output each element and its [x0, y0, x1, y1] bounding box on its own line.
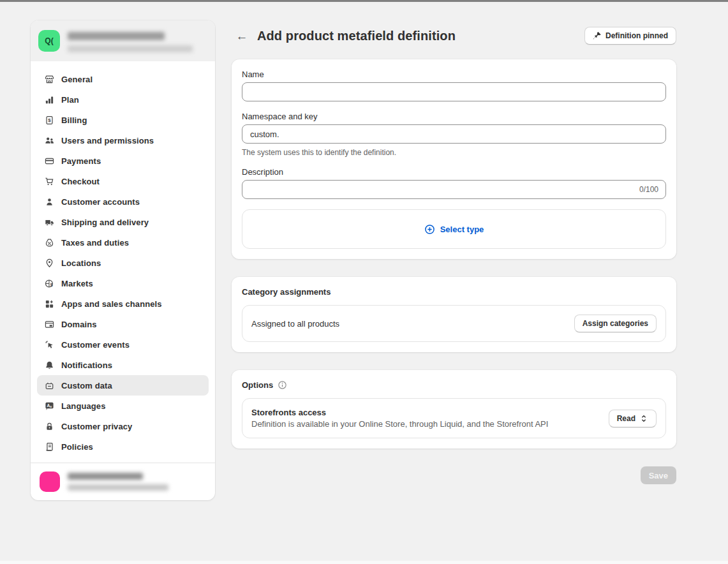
plan-icon: [43, 94, 55, 105]
sidebar-item-label: Payments: [61, 156, 101, 166]
sidebar-item-label: General: [61, 75, 93, 84]
store-icon: [43, 74, 55, 84]
percent-icon: [43, 237, 55, 248]
definition-pinned-label: Definition pinned: [605, 31, 668, 40]
apps-icon: [43, 299, 55, 309]
sidebar-nav: GeneralPlan$BillingUsers and permissions…: [31, 61, 215, 463]
category-card-title: Category assignments: [242, 287, 331, 297]
sidebar-item-customer-privacy[interactable]: Customer privacy: [37, 416, 209, 436]
sidebar-item-label: Locations: [61, 258, 101, 268]
sidebar-item-taxes-and-duties[interactable]: Taxes and duties: [37, 232, 209, 253]
document-icon: [43, 442, 55, 452]
pin-icon: [43, 258, 55, 268]
sidebar-item-notifications[interactable]: Notifications: [37, 355, 209, 375]
window-bottom-edge: [0, 561, 728, 564]
plus-circle-icon: [424, 224, 435, 235]
sidebar-item-customer-events[interactable]: Customer events: [37, 334, 209, 355]
sidebar-item-label: Billing: [61, 115, 87, 125]
sidebar-item-label: Languages: [61, 401, 106, 411]
sidebar-item-languages[interactable]: AaLanguages: [37, 396, 209, 416]
name-input[interactable]: [242, 82, 666, 101]
sidebar-item-general[interactable]: General: [37, 69, 209, 89]
user-email-redacted: [68, 484, 168, 491]
sidebar-item-custom-data[interactable]: Custom data: [37, 375, 209, 396]
sidebar-item-label: Custom data: [61, 381, 112, 390]
sidebar-item-label: Notifications: [61, 360, 112, 370]
page-title: Add product metafield definition: [257, 29, 456, 43]
sidebar-item-policies[interactable]: Policies: [37, 436, 209, 457]
user-footer[interactable]: [31, 463, 215, 500]
sidebar-item-label: Shipping and delivery: [61, 218, 149, 227]
sidebar-item-label: Customer accounts: [61, 197, 140, 207]
translate-icon: Aa: [43, 401, 55, 411]
category-assignments-card: Category assignments Assigned to all pro…: [232, 277, 676, 352]
window-top-edge: [0, 0, 728, 2]
select-type-label: Select type: [440, 225, 484, 234]
sidebar-item-label: Taxes and duties: [61, 238, 129, 248]
storefronts-access-select[interactable]: Read: [609, 410, 657, 427]
chevron-updown-icon: [639, 414, 648, 423]
assignment-text: Assigned to all products: [251, 319, 339, 329]
store-name-redacted: [68, 32, 165, 40]
sidebar-item-label: Plan: [61, 95, 79, 105]
sidebar-item-locations[interactable]: Locations: [37, 253, 209, 273]
namespace-key-input[interactable]: [242, 124, 666, 144]
payments-icon: [43, 156, 55, 166]
store-header[interactable]: Q(: [31, 20, 215, 61]
settings-sidebar: Q( GeneralPlan$BillingUsers and permissi…: [31, 20, 215, 500]
sidebar-item-label: Apps and sales channels: [61, 299, 162, 309]
sidebar-item-label: Checkout: [61, 177, 100, 186]
save-button[interactable]: Save: [641, 466, 676, 484]
definition-pinned-button[interactable]: Definition pinned: [584, 27, 676, 45]
cursor-icon: [43, 339, 55, 350]
pushpin-icon: [593, 31, 602, 40]
sidebar-item-label: Users and permissions: [61, 136, 154, 145]
sidebar-item-domains[interactable]: Domains: [37, 314, 209, 334]
definition-form-card: Name Namespace and key The system uses t…: [232, 59, 676, 259]
sidebar-item-plan[interactable]: Plan: [37, 89, 209, 110]
namespace-help-text: The system uses this to identify the def…: [242, 148, 666, 157]
storefronts-access-title: Storefronts access: [251, 408, 548, 417]
save-row: Save: [232, 466, 676, 484]
main-content: ← Add product metafield definition Defin…: [232, 26, 676, 484]
user-info: [68, 473, 168, 491]
info-icon[interactable]: [278, 380, 287, 390]
category-assignment-row: Assigned to all products Assign categori…: [242, 305, 666, 342]
sidebar-item-markets[interactable]: $Markets: [37, 273, 209, 293]
assign-categories-button[interactable]: Assign categories: [574, 315, 657, 332]
sidebar-item-label: Markets: [61, 279, 93, 288]
sidebar-item-shipping-and-delivery[interactable]: Shipping and delivery: [37, 212, 209, 232]
users-icon: [43, 135, 55, 145]
select-type-button[interactable]: Select type: [242, 209, 666, 249]
sidebar-item-billing[interactable]: $Billing: [37, 110, 209, 130]
back-button[interactable]: ←: [233, 27, 251, 45]
database-icon: [43, 380, 55, 390]
store-info: [68, 30, 193, 52]
globe-icon: $: [43, 278, 55, 288]
storefronts-access-text: Storefronts access Definition is availab…: [251, 408, 548, 429]
person-icon: [43, 197, 55, 207]
name-label: Name: [242, 70, 666, 79]
sidebar-item-payments[interactable]: Payments: [37, 151, 209, 171]
description-input[interactable]: [242, 180, 666, 199]
options-card: Options Storefronts access Definition is…: [232, 370, 676, 449]
sidebar-item-label: Customer privacy: [61, 422, 132, 431]
sidebar-item-apps-and-sales-channels[interactable]: Apps and sales channels: [37, 293, 209, 314]
storefronts-access-value: Read: [617, 414, 635, 423]
svg-text:$: $: [50, 282, 52, 287]
namespace-label: Namespace and key: [242, 112, 666, 121]
page-header: ← Add product metafield definition Defin…: [232, 26, 676, 46]
sidebar-item-label: Policies: [61, 442, 93, 452]
store-avatar: Q(: [38, 30, 60, 52]
sidebar-item-customer-accounts[interactable]: Customer accounts: [37, 191, 209, 212]
sidebar-item-checkout[interactable]: Checkout: [37, 171, 209, 191]
bell-icon: [43, 360, 55, 370]
truck-icon: [43, 217, 55, 227]
options-card-title: Options: [242, 380, 273, 390]
store-domain-redacted: [68, 45, 193, 52]
user-avatar: [40, 471, 60, 492]
lock-icon: [43, 421, 55, 431]
sidebar-item-users-and-permissions[interactable]: Users and permissions: [37, 130, 209, 151]
storefronts-access-row: Storefronts access Definition is availab…: [242, 398, 666, 438]
sidebar-item-label: Domains: [61, 320, 97, 329]
